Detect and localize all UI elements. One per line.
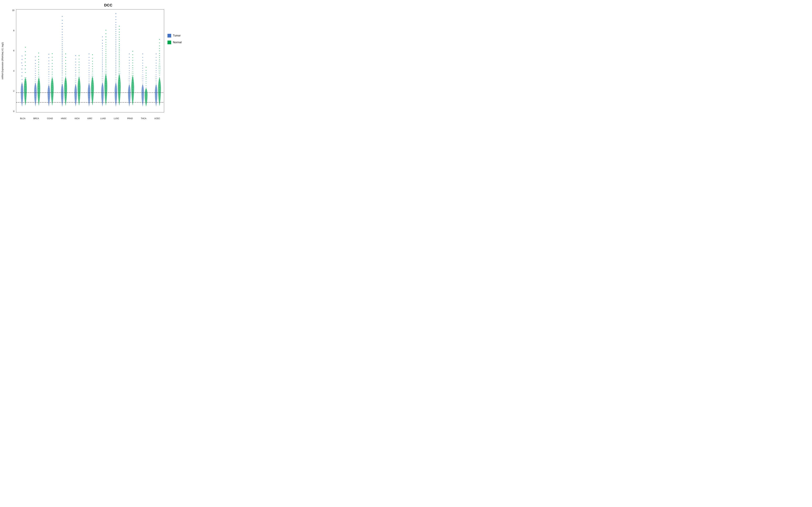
violin-blca-tumor <box>21 56 23 107</box>
svg-rect-557 <box>159 80 160 81</box>
svg-rect-506 <box>146 79 147 80</box>
svg-rect-306 <box>102 82 103 82</box>
svg-rect-174 <box>65 54 66 54</box>
svg-rect-245 <box>89 70 89 71</box>
svg-rect-268 <box>92 71 93 71</box>
svg-rect-191 <box>65 92 66 92</box>
svg-rect-463 <box>132 67 133 68</box>
violin-blca-normal <box>24 47 27 106</box>
svg-rect-402 <box>119 39 119 40</box>
svg-rect-137 <box>62 34 63 35</box>
svg-rect-380 <box>115 70 116 71</box>
svg-rect-325 <box>106 53 106 54</box>
svg-rect-155 <box>62 68 63 69</box>
svg-rect-111 <box>52 57 53 57</box>
svg-rect-194 <box>65 97 66 97</box>
svg-rect-537 <box>159 39 160 40</box>
svg-rect-263 <box>92 58 93 58</box>
svg-rect-555 <box>159 77 160 77</box>
svg-rect-25 <box>25 55 26 55</box>
svg-rect-55 <box>35 81 36 82</box>
svg-rect-457 <box>132 51 133 52</box>
svg-rect-162 <box>61 80 63 81</box>
svg-rect-267 <box>92 68 93 69</box>
violin-prad-normal <box>131 51 134 106</box>
y-tick-0: 0 <box>5 110 15 112</box>
svg-rect-108 <box>49 98 49 98</box>
y-tick-labels: 10 8 6 4 2 0 <box>5 9 15 112</box>
svg-rect-188 <box>65 87 66 87</box>
svg-rect-519 <box>156 63 156 63</box>
violin-brca-tumor <box>34 56 37 107</box>
svg-rect-187 <box>65 85 66 85</box>
svg-rect-405 <box>119 45 119 46</box>
legend-normal-label: Normal <box>173 41 182 44</box>
svg-rect-363 <box>115 41 116 41</box>
svg-rect-260 <box>89 97 89 98</box>
svg-rect-351 <box>115 13 116 14</box>
svg-rect-273 <box>92 80 93 80</box>
svg-rect-430 <box>119 89 119 89</box>
svg-rect-95 <box>49 71 49 72</box>
svg-rect-70 <box>38 64 39 65</box>
svg-rect-249 <box>88 78 90 78</box>
svg-rect-401 <box>119 37 119 38</box>
svg-rect-418 <box>119 68 120 68</box>
svg-rect-61 <box>35 92 36 92</box>
svg-rect-324 <box>106 51 106 52</box>
svg-rect-417 <box>119 66 119 67</box>
svg-rect-19 <box>22 97 22 97</box>
svg-rect-101 <box>48 84 50 85</box>
svg-rect-398 <box>119 29 119 30</box>
svg-rect-462 <box>132 65 133 66</box>
svg-rect-369 <box>115 51 116 52</box>
svg-rect-229 <box>78 81 80 81</box>
svg-rect-246 <box>89 72 89 73</box>
svg-rect-114 <box>52 66 53 67</box>
svg-rect-446 <box>129 80 130 80</box>
svg-rect-239 <box>89 54 89 54</box>
svg-rect-237 <box>79 95 79 95</box>
svg-rect-419 <box>118 70 120 70</box>
legend-tumor-box <box>167 34 171 38</box>
svg-rect-540 <box>159 48 160 49</box>
svg-rect-3 <box>22 56 22 56</box>
svg-rect-264 <box>92 61 93 61</box>
svg-rect-81 <box>38 87 39 87</box>
svg-rect-317 <box>106 33 106 34</box>
svg-rect-331 <box>106 64 106 65</box>
svg-rect-487 <box>142 72 143 73</box>
svg-rect-522 <box>156 70 156 71</box>
svg-rect-313 <box>102 94 103 94</box>
svg-rect-556 <box>159 79 160 79</box>
svg-rect-32 <box>24 79 27 79</box>
svg-rect-384 <box>115 77 116 78</box>
svg-rect-378 <box>115 67 116 68</box>
violin-brca-normal <box>37 53 40 106</box>
svg-rect-310 <box>102 89 103 89</box>
svg-rect-514 <box>146 95 147 95</box>
svg-rect-146 <box>62 53 63 53</box>
svg-rect-197 <box>75 59 76 59</box>
svg-rect-255 <box>89 89 89 89</box>
svg-rect-426 <box>119 82 120 82</box>
svg-rect-389 <box>115 86 116 87</box>
svg-rect-209 <box>75 86 76 86</box>
svg-rect-411 <box>119 56 119 56</box>
x-tick-labels: BLCA BRCA COAD HNSC KICH KIRC LUAD LUSC … <box>16 117 164 120</box>
svg-rect-553 <box>159 73 160 74</box>
svg-rect-20 <box>22 98 22 99</box>
svg-rect-512 <box>146 91 147 91</box>
svg-rect-497 <box>143 91 143 91</box>
svg-rect-96 <box>49 74 49 74</box>
x-tick-kich: KICH <box>74 117 80 120</box>
svg-rect-190 <box>65 90 66 91</box>
svg-rect-428 <box>119 86 119 86</box>
svg-rect-459 <box>132 57 133 58</box>
svg-rect-484 <box>143 65 143 66</box>
svg-rect-192 <box>65 94 66 94</box>
svg-rect-171 <box>62 96 63 97</box>
chart-svg <box>16 9 164 112</box>
svg-rect-475 <box>132 89 133 90</box>
svg-rect-40 <box>25 93 26 94</box>
